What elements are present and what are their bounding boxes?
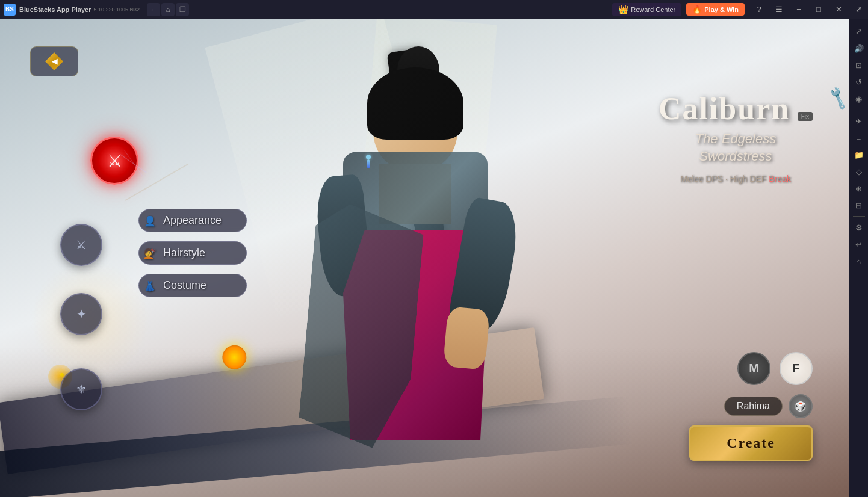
side-icon-1[interactable]: ⚔ <box>60 224 102 266</box>
hairstyle-label: Hairstyle <box>163 247 205 259</box>
app-name: BlueStacks App Player <box>19 6 91 13</box>
costume-pill[interactable]: 👗 Costume <box>138 274 247 297</box>
divider-1 <box>853 110 865 110</box>
hairstyle-pill[interactable]: 💇 Hairstyle <box>138 241 247 265</box>
character-subtitle: The Edgeless Swordstress <box>659 131 813 165</box>
side-icon-1-glyph: ⚔ <box>76 238 87 252</box>
windows-button[interactable]: ❐ <box>176 3 189 16</box>
hairstyle-icon: 💇 <box>144 247 156 259</box>
screen-icon[interactable]: ⊡ <box>852 58 866 72</box>
expand-icon[interactable]: ⤢ <box>852 24 866 39</box>
create-button[interactable]: Create <box>689 425 813 461</box>
female-gender-button[interactable]: F <box>780 352 813 385</box>
male-gender-button[interactable]: M <box>737 352 770 385</box>
right-sidebar: ⤢ 🔊 ⊡ ↺ ◉ ✈ ≡ 📁 ◇ ⊕ ⊟ ⚙ ↩ ⌂ <box>849 19 868 497</box>
expand-button[interactable]: ⤢ <box>849 0 868 19</box>
character-info-panel: Caliburn 🔧 Fix The Edgeless Swordstress … <box>659 91 813 184</box>
titlebar: BS BlueStacks App Player 5.10.220.1005 N… <box>0 0 868 19</box>
stats-icon[interactable]: ≡ <box>852 131 866 145</box>
play-win-button[interactable]: 🔥 Play & Win <box>686 3 745 16</box>
rotate-icon[interactable]: ↺ <box>852 75 866 89</box>
app-version: 5.10.220.1005 N32 <box>93 7 140 13</box>
fix-badge: Fix <box>798 112 813 121</box>
bottom-right-controls: M F Rahima 🎲 Create <box>689 352 813 461</box>
location-icon[interactable]: ✈ <box>852 114 866 128</box>
menu-button[interactable]: ☰ <box>769 0 789 19</box>
appearance-pill[interactable]: 👤 Appearance <box>138 209 247 232</box>
subtitle-line1: The Edgeless <box>659 131 813 148</box>
costume-icon: 👗 <box>144 280 156 291</box>
female-label: F <box>792 362 799 375</box>
name-row: Rahima 🎲 <box>689 394 813 418</box>
character-description: Melee DPS · High DEF Break <box>659 174 813 184</box>
appearance-icon: 👤 <box>144 215 156 226</box>
erase-icon[interactable]: ◇ <box>852 164 866 179</box>
character-name: Caliburn <box>659 91 790 126</box>
side-icon-2[interactable]: ✦ <box>60 293 102 335</box>
gender-buttons: M F <box>689 352 813 385</box>
back-arrow-area: ◀ <box>30 46 78 76</box>
back-arrow-button[interactable]: ◀ <box>30 46 78 76</box>
menu-panel: 👤 Appearance 💇 Hairstyle 👗 Costume <box>138 209 247 306</box>
back-icon-sidebar[interactable]: ↩ <box>852 237 866 252</box>
side-icon-3[interactable]: ⚜ <box>60 368 102 410</box>
reward-center-button[interactable]: 👑 Reward Center <box>612 3 681 16</box>
break-text: Break <box>769 174 791 184</box>
close-button[interactable]: ✕ <box>829 0 848 19</box>
minimize-button[interactable]: − <box>789 0 808 19</box>
volume-icon[interactable]: 🔊 <box>852 41 866 55</box>
fire-icon: 🔥 <box>692 5 702 14</box>
settings-icon[interactable]: ⚙ <box>852 220 866 235</box>
home-button[interactable]: ⌂ <box>161 3 175 16</box>
random-name-button[interactable]: 🎲 <box>789 394 813 418</box>
male-label: M <box>749 362 759 375</box>
stack-icon[interactable]: ⊟ <box>852 198 866 212</box>
maximize-button[interactable]: □ <box>809 0 828 19</box>
folder-icon[interactable]: 📁 <box>852 147 866 162</box>
play-win-label: Play & Win <box>704 6 739 13</box>
side-icon-3-glyph: ⚜ <box>76 382 87 397</box>
menu-item-hairstyle[interactable]: 💇 Hairstyle <box>138 241 247 265</box>
back-button[interactable]: ← <box>147 3 160 16</box>
reward-center-label: Reward Center <box>631 6 675 13</box>
help-button[interactable]: ? <box>749 0 769 19</box>
spark-1 <box>60 373 64 377</box>
menu-item-appearance[interactable]: 👤 Appearance <box>138 209 247 232</box>
divider-2 <box>853 216 865 217</box>
pin-icon[interactable]: ⊕ <box>852 181 866 196</box>
side-icon-2-glyph: ✦ <box>76 307 87 321</box>
menu-item-costume[interactable]: 👗 Costume <box>138 274 247 297</box>
crown-icon: 👑 <box>618 5 628 14</box>
game-area: ◀ ⚔ ✦ ⚜ 👤 Appearance 💇 Hairstyle <box>0 19 849 497</box>
char-name-block: Caliburn 🔧 Fix <box>659 91 813 126</box>
subtitle-line2: Swordstress <box>659 148 813 165</box>
character-name-display: Rahima <box>724 397 783 416</box>
home-icon-sidebar[interactable]: ⌂ <box>852 254 866 268</box>
appearance-label: Appearance <box>163 214 222 226</box>
camera-icon[interactable]: ◉ <box>852 91 866 106</box>
app-icon: BS <box>4 4 16 16</box>
costume-label: Costume <box>163 279 206 291</box>
